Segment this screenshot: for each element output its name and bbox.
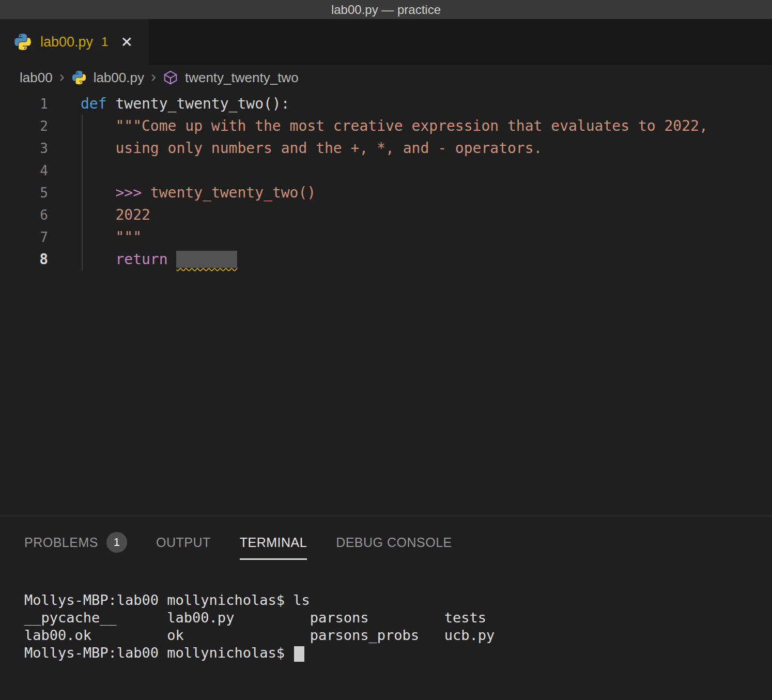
- terminal-line: Mollys-MBP:lab00 mollynicholas$ ls: [24, 591, 772, 609]
- panel-tab-debug-console[interactable]: DEBUG CONSOLE: [336, 535, 452, 560]
- panel-tab-problems[interactable]: PROBLEMS1: [24, 532, 127, 562]
- code-text: >>> twenty_twenty_two(): [48, 184, 316, 201]
- line-number[interactable]: 6: [0, 207, 48, 223]
- line-number[interactable]: 1: [0, 96, 48, 112]
- editor-line[interactable]: 2 """Come up with the most creative expr…: [0, 115, 772, 137]
- code-text: """: [48, 229, 142, 246]
- code-text: """Come up with the most creative expres…: [48, 117, 708, 134]
- python-file-icon: [71, 70, 87, 85]
- panel-tab-output[interactable]: OUTPUT: [156, 535, 211, 560]
- breadcrumb: lab00 › lab00.py › twenty_twenty_two: [0, 65, 772, 90]
- tab-lab00-py[interactable]: lab00.py 1 ✕: [0, 19, 149, 65]
- terminal-line: __pycache__ lab00.py parsons tests: [24, 609, 772, 627]
- editor-line[interactable]: 4: [0, 159, 772, 181]
- tab-close-icon[interactable]: ✕: [120, 34, 132, 51]
- code-text: return: [48, 251, 237, 268]
- editor-line[interactable]: 5 >>> twenty_twenty_two(): [0, 181, 772, 204]
- line-number[interactable]: 2: [0, 118, 48, 134]
- panel-tab-label: PROBLEMS: [24, 535, 98, 550]
- code-text: using only numbers and the +, *, and - o…: [48, 140, 542, 157]
- breadcrumb-folder[interactable]: lab00: [20, 70, 53, 86]
- tab-filename: lab00.py: [40, 34, 93, 50]
- breadcrumb-symbol[interactable]: twenty_twenty_two: [185, 70, 299, 86]
- terminal-line: lab00.ok ok parsons_probs ucb.py: [24, 627, 772, 644]
- chevron-right-icon: ›: [59, 69, 65, 86]
- panel-tab-label: OUTPUT: [156, 535, 211, 550]
- tab-problems-badge: 1: [101, 35, 108, 49]
- symbol-namespace-icon: [163, 70, 178, 85]
- terminal[interactable]: Mollys-MBP:lab00 mollynicholas$ ls__pyca…: [24, 591, 772, 662]
- editor-line[interactable]: 7 """: [0, 226, 772, 248]
- editor-line[interactable]: 1def twenty_twenty_two():: [0, 93, 772, 115]
- window-titlebar: lab00.py — practice: [0, 0, 772, 19]
- editor-lines: 1def twenty_twenty_two():2 """Come up wi…: [0, 93, 772, 270]
- line-number[interactable]: 8: [0, 251, 48, 268]
- editor-line[interactable]: 8 return: [0, 248, 772, 270]
- editor-tab-strip: lab00.py 1 ✕: [0, 19, 772, 65]
- editor-line[interactable]: 6 2022: [0, 204, 772, 226]
- python-file-icon: [13, 33, 32, 51]
- snippet-placeholder-warning[interactable]: [176, 251, 237, 268]
- line-number[interactable]: 5: [0, 185, 48, 201]
- line-number[interactable]: 4: [0, 163, 48, 178]
- line-number[interactable]: 7: [0, 230, 48, 245]
- breadcrumb-file[interactable]: lab00.py: [94, 70, 144, 86]
- indent-guide: [82, 115, 83, 270]
- chevron-right-icon: ›: [151, 69, 156, 86]
- code-editor[interactable]: 1def twenty_twenty_two():2 """Come up wi…: [0, 90, 772, 515]
- panel-tab-label: TERMINAL: [240, 535, 307, 550]
- code-text: def twenty_twenty_two():: [48, 95, 290, 112]
- terminal-line: Mollys-MBP:lab00 mollynicholas$: [24, 644, 772, 662]
- panel-tab-bar: PROBLEMS1OUTPUTTERMINALDEBUG CONSOLE: [0, 516, 772, 562]
- terminal-cursor: [294, 646, 304, 662]
- panel-tab-terminal[interactable]: TERMINAL: [240, 535, 307, 560]
- window-title: lab00.py — practice: [331, 3, 441, 17]
- panel-tab-label: DEBUG CONSOLE: [336, 535, 452, 550]
- problems-count-badge: 1: [106, 532, 127, 553]
- editor-line[interactable]: 3 using only numbers and the +, *, and -…: [0, 137, 772, 159]
- line-number[interactable]: 3: [0, 141, 48, 156]
- bottom-panel: PROBLEMS1OUTPUTTERMINALDEBUG CONSOLE Mol…: [0, 515, 772, 700]
- code-text: 2022: [48, 206, 150, 223]
